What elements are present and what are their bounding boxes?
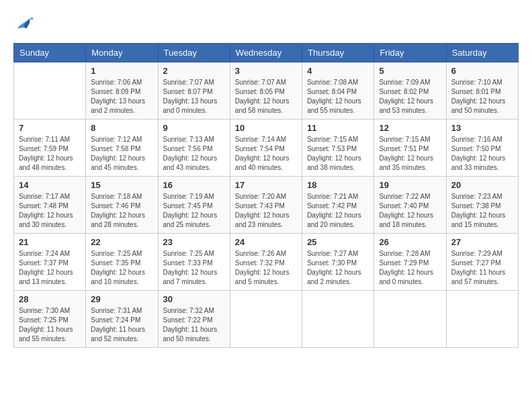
calendar-cell: 18Sunrise: 7:21 AM Sunset: 7:42 PM Dayli… (302, 177, 374, 234)
calendar-cell: 9Sunrise: 7:13 AM Sunset: 7:56 PM Daylig… (158, 120, 230, 177)
calendar-cell: 3Sunrise: 7:07 AM Sunset: 8:05 PM Daylig… (230, 62, 302, 120)
day-number: 9 (163, 123, 225, 133)
weekday-header-tuesday: Tuesday (158, 44, 230, 62)
calendar-cell (446, 291, 518, 348)
day-info: Sunrise: 7:08 AM Sunset: 8:04 PM Dayligh… (307, 78, 369, 116)
day-number: 11 (307, 123, 369, 133)
day-info: Sunrise: 7:23 AM Sunset: 7:38 PM Dayligh… (451, 192, 513, 230)
calendar-cell: 25Sunrise: 7:27 AM Sunset: 7:30 PM Dayli… (302, 234, 374, 291)
day-number: 28 (19, 294, 81, 304)
calendar-cell: 14Sunrise: 7:17 AM Sunset: 7:48 PM Dayli… (14, 177, 86, 234)
day-info: Sunrise: 7:13 AM Sunset: 7:56 PM Dayligh… (163, 135, 225, 173)
day-number: 19 (379, 180, 441, 190)
day-info: Sunrise: 7:26 AM Sunset: 7:32 PM Dayligh… (235, 249, 297, 287)
day-info: Sunrise: 7:22 AM Sunset: 7:40 PM Dayligh… (379, 192, 441, 230)
day-number: 7 (19, 123, 81, 133)
day-number: 27 (451, 237, 513, 247)
day-info: Sunrise: 7:19 AM Sunset: 7:45 PM Dayligh… (163, 192, 225, 230)
day-number: 25 (307, 237, 369, 247)
calendar-cell: 12Sunrise: 7:15 AM Sunset: 7:51 PM Dayli… (374, 120, 446, 177)
weekday-header-wednesday: Wednesday (230, 44, 302, 62)
day-number: 10 (235, 123, 297, 133)
calendar-cell: 13Sunrise: 7:16 AM Sunset: 7:50 PM Dayli… (446, 120, 518, 177)
day-info: Sunrise: 7:07 AM Sunset: 8:05 PM Dayligh… (235, 78, 297, 116)
weekday-header-sunday: Sunday (14, 44, 86, 62)
calendar-week-1: 1Sunrise: 7:06 AM Sunset: 8:09 PM Daylig… (14, 62, 519, 120)
day-number: 22 (91, 237, 152, 247)
day-info: Sunrise: 7:14 AM Sunset: 7:54 PM Dayligh… (235, 135, 297, 173)
day-info: Sunrise: 7:31 AM Sunset: 7:24 PM Dayligh… (91, 306, 152, 344)
calendar-cell: 22Sunrise: 7:25 AM Sunset: 7:35 PM Dayli… (86, 234, 158, 291)
calendar-cell (230, 291, 302, 348)
day-number: 21 (19, 237, 81, 247)
day-info: Sunrise: 7:09 AM Sunset: 8:02 PM Dayligh… (379, 78, 441, 116)
day-info: Sunrise: 7:24 AM Sunset: 7:37 PM Dayligh… (19, 249, 81, 287)
calendar-table: SundayMondayTuesdayWednesdayThursdayFrid… (13, 43, 519, 348)
logo (13, 13, 39, 32)
calendar-cell: 15Sunrise: 7:18 AM Sunset: 7:46 PM Dayli… (86, 177, 158, 234)
day-number: 23 (163, 237, 225, 247)
calendar-cell (302, 291, 374, 348)
calendar-cell: 30Sunrise: 7:32 AM Sunset: 7:22 PM Dayli… (158, 291, 230, 348)
calendar-cell: 11Sunrise: 7:15 AM Sunset: 7:53 PM Dayli… (302, 120, 374, 177)
day-number: 26 (379, 237, 441, 247)
calendar-cell: 28Sunrise: 7:30 AM Sunset: 7:25 PM Dayli… (14, 291, 86, 348)
calendar-cell: 20Sunrise: 7:23 AM Sunset: 7:38 PM Dayli… (446, 177, 518, 234)
day-info: Sunrise: 7:25 AM Sunset: 7:33 PM Dayligh… (163, 249, 225, 287)
day-info: Sunrise: 7:29 AM Sunset: 7:27 PM Dayligh… (451, 249, 513, 287)
day-number: 6 (451, 66, 513, 76)
day-number: 5 (379, 66, 441, 76)
calendar-cell: 27Sunrise: 7:29 AM Sunset: 7:27 PM Dayli… (446, 234, 518, 291)
day-number: 30 (163, 294, 225, 304)
day-info: Sunrise: 7:15 AM Sunset: 7:53 PM Dayligh… (307, 135, 369, 173)
day-info: Sunrise: 7:07 AM Sunset: 8:07 PM Dayligh… (163, 78, 225, 116)
calendar-cell: 23Sunrise: 7:25 AM Sunset: 7:33 PM Dayli… (158, 234, 230, 291)
calendar-cell: 7Sunrise: 7:11 AM Sunset: 7:59 PM Daylig… (14, 120, 86, 177)
day-info: Sunrise: 7:21 AM Sunset: 7:42 PM Dayligh… (307, 192, 369, 230)
day-number: 16 (163, 180, 225, 190)
calendar-cell (14, 62, 86, 120)
weekday-header-saturday: Saturday (446, 44, 518, 62)
calendar-cell: 5Sunrise: 7:09 AM Sunset: 8:02 PM Daylig… (374, 62, 446, 120)
day-info: Sunrise: 7:06 AM Sunset: 8:09 PM Dayligh… (91, 78, 152, 116)
calendar-cell: 16Sunrise: 7:19 AM Sunset: 7:45 PM Dayli… (158, 177, 230, 234)
day-info: Sunrise: 7:32 AM Sunset: 7:22 PM Dayligh… (163, 306, 225, 344)
day-number: 15 (91, 180, 152, 190)
weekday-header-thursday: Thursday (302, 44, 374, 62)
day-number: 29 (91, 294, 152, 304)
day-number: 17 (235, 180, 297, 190)
day-number: 20 (451, 180, 513, 190)
calendar-cell: 17Sunrise: 7:20 AM Sunset: 7:43 PM Dayli… (230, 177, 302, 234)
calendar-cell (374, 291, 446, 348)
day-info: Sunrise: 7:27 AM Sunset: 7:30 PM Dayligh… (307, 249, 369, 287)
calendar-week-5: 28Sunrise: 7:30 AM Sunset: 7:25 PM Dayli… (14, 291, 519, 348)
logo-icon (13, 13, 35, 32)
day-info: Sunrise: 7:15 AM Sunset: 7:51 PM Dayligh… (379, 135, 441, 173)
calendar-cell: 26Sunrise: 7:28 AM Sunset: 7:29 PM Dayli… (374, 234, 446, 291)
calendar-cell: 6Sunrise: 7:10 AM Sunset: 8:01 PM Daylig… (446, 62, 518, 120)
day-info: Sunrise: 7:25 AM Sunset: 7:35 PM Dayligh… (91, 249, 152, 287)
day-info: Sunrise: 7:11 AM Sunset: 7:59 PM Dayligh… (19, 135, 81, 173)
day-number: 13 (451, 123, 513, 133)
calendar-cell: 1Sunrise: 7:06 AM Sunset: 8:09 PM Daylig… (86, 62, 158, 120)
day-number: 12 (379, 123, 441, 133)
calendar-cell: 21Sunrise: 7:24 AM Sunset: 7:37 PM Dayli… (14, 234, 86, 291)
calendar-cell: 29Sunrise: 7:31 AM Sunset: 7:24 PM Dayli… (86, 291, 158, 348)
weekday-header-monday: Monday (86, 44, 158, 62)
calendar-week-2: 7Sunrise: 7:11 AM Sunset: 7:59 PM Daylig… (14, 120, 519, 177)
calendar-cell: 2Sunrise: 7:07 AM Sunset: 8:07 PM Daylig… (158, 62, 230, 120)
day-info: Sunrise: 7:10 AM Sunset: 8:01 PM Dayligh… (451, 78, 513, 116)
day-info: Sunrise: 7:16 AM Sunset: 7:50 PM Dayligh… (451, 135, 513, 173)
day-info: Sunrise: 7:17 AM Sunset: 7:48 PM Dayligh… (19, 192, 81, 230)
day-number: 8 (91, 123, 152, 133)
calendar-cell: 8Sunrise: 7:12 AM Sunset: 7:58 PM Daylig… (86, 120, 158, 177)
day-number: 1 (91, 66, 152, 76)
day-number: 14 (19, 180, 81, 190)
calendar-cell: 19Sunrise: 7:22 AM Sunset: 7:40 PM Dayli… (374, 177, 446, 234)
page-header (13, 13, 519, 32)
calendar-cell: 10Sunrise: 7:14 AM Sunset: 7:54 PM Dayli… (230, 120, 302, 177)
day-info: Sunrise: 7:28 AM Sunset: 7:29 PM Dayligh… (379, 249, 441, 287)
day-info: Sunrise: 7:30 AM Sunset: 7:25 PM Dayligh… (19, 306, 81, 344)
day-info: Sunrise: 7:20 AM Sunset: 7:43 PM Dayligh… (235, 192, 297, 230)
day-number: 24 (235, 237, 297, 247)
